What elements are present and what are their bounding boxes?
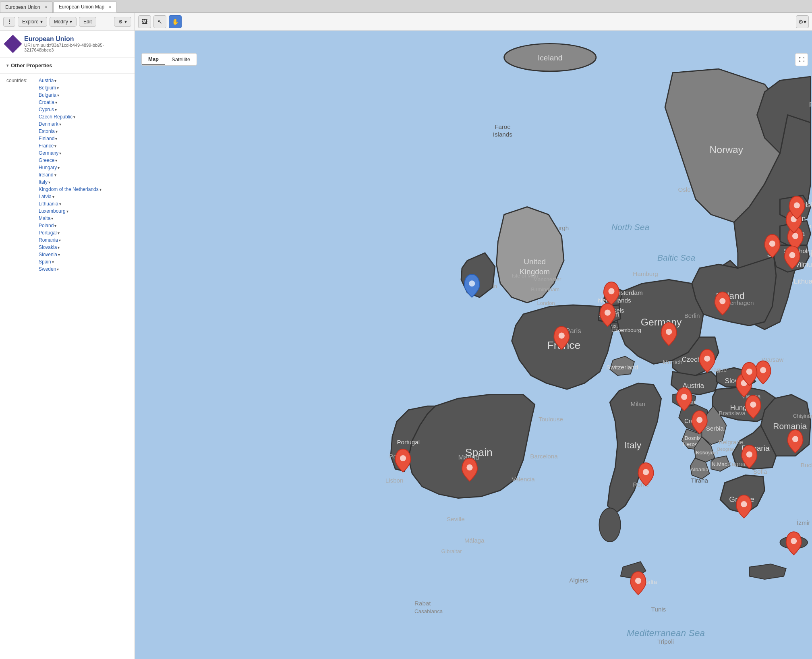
right-gear-chevron-icon: ▾ (804, 19, 806, 25)
country-link[interactable]: Belgium▾ (39, 85, 59, 91)
europe-map-svg: Baltic Sea North Sea Mediterranean Sea G… (135, 31, 812, 659)
country-link[interactable]: Hungary▾ (39, 165, 60, 170)
country-link[interactable]: Estonia▾ (39, 128, 58, 134)
svg-point-103 (466, 464, 472, 470)
country-link[interactable]: Kingdom of the Netherlands▾ (39, 187, 102, 192)
svg-text:Rabat: Rabat (414, 600, 431, 607)
edit-button[interactable]: Edit (79, 17, 96, 27)
right-gear-button[interactable]: ⚙ ▾ (796, 15, 809, 28)
svg-text:Albania: Albania (691, 466, 709, 472)
country-dropdown-arrow-icon: ▾ (99, 187, 102, 192)
country-entry: Malta▾ (0, 215, 135, 222)
country-dropdown-arrow-icon: ▾ (58, 253, 60, 257)
explore-button[interactable]: Explore ▾ (18, 17, 47, 27)
svg-point-109 (750, 402, 756, 408)
svg-text:Seville: Seville (447, 516, 465, 522)
svg-text:Iceland: Iceland (538, 54, 562, 62)
map-container[interactable]: Map Satellite ⛶ Baltic Sea North Sea Med… (135, 31, 812, 659)
country-dropdown-arrow-icon: ▾ (59, 238, 61, 242)
entity-icon-diamond (4, 35, 22, 53)
dots-button[interactable]: ⋮ (3, 17, 15, 27)
fullscreen-button[interactable]: ⛶ (795, 53, 808, 66)
gear-button[interactable]: ⚙ ▾ (114, 17, 131, 27)
country-entry: Latvia▾ (0, 193, 135, 200)
country-link[interactable]: Austria▾ (39, 78, 56, 83)
svg-text:Sarajevo: Sarajevo (697, 450, 718, 456)
modify-button[interactable]: Modify ▾ (50, 17, 77, 27)
country-link[interactable]: Luxembourg▾ (39, 208, 68, 214)
country-entry: Kingdom of the Netherlands▾ (0, 186, 135, 193)
properties-section: ▾ Other Properties (0, 58, 135, 74)
tab-close-icon[interactable]: ✕ (44, 5, 48, 9)
country-link[interactable]: Denmark▾ (39, 121, 61, 127)
country-link[interactable]: Germany▾ (39, 150, 61, 156)
country-entry: Lithuania▾ (0, 200, 135, 207)
svg-text:Lithuania: Lithuania (794, 278, 812, 285)
svg-text:Portugal: Portugal (397, 439, 420, 446)
country-dropdown-arrow-icon: ▾ (54, 173, 56, 177)
svg-point-111 (746, 451, 752, 457)
svg-text:N.Mac.: N.Mac. (712, 461, 729, 467)
svg-text:North Sea: North Sea (611, 222, 649, 232)
country-dropdown-arrow-icon: ▾ (58, 231, 60, 235)
country-entry: Estonia▾ (0, 128, 135, 135)
country-dropdown-arrow-icon: ▾ (55, 158, 57, 163)
country-link[interactable]: Latvia▾ (39, 194, 54, 199)
tab-close-icon[interactable]: ✕ (108, 5, 112, 9)
svg-text:Toulouse: Toulouse (539, 416, 563, 423)
country-entry: Ireland▾ (0, 171, 135, 178)
tab-european-union-map[interactable]: European Union Map ✕ (54, 1, 117, 12)
country-link[interactable]: Slovenia▾ (39, 252, 60, 257)
hand-tool-button[interactable]: ✋ (169, 15, 182, 28)
svg-point-114 (469, 280, 475, 286)
map-view-button[interactable]: Map (142, 54, 165, 65)
svg-point-122 (791, 538, 797, 544)
country-link[interactable]: Slovakia▾ (39, 245, 60, 250)
svg-text:Switzerland: Switzerland (606, 364, 638, 371)
svg-text:Romania: Romania (773, 421, 807, 431)
country-link[interactable]: Romania▾ (39, 237, 61, 243)
country-link[interactable]: Portugal▾ (39, 230, 60, 236)
svg-point-105 (760, 367, 766, 373)
svg-text:Gibraltar: Gibraltar (441, 548, 462, 554)
country-entry: Luxembourg▾ (0, 207, 135, 215)
country-entry: Sweden▾ (0, 265, 135, 273)
countries-list: countries:Austria▾Belgium▾Bulgaria▾Croat… (0, 77, 135, 273)
country-entry: Denmark▾ (0, 120, 135, 128)
country-dropdown-arrow-icon: ▾ (59, 122, 61, 126)
country-link[interactable]: Greece▾ (39, 157, 57, 163)
tab-european-union[interactable]: European Union ✕ (0, 1, 53, 12)
country-link[interactable]: Sweden▾ (39, 266, 59, 272)
image-tool-button[interactable]: 🖼 (138, 15, 151, 28)
country-link[interactable]: Finland▾ (39, 136, 57, 141)
country-link[interactable]: Lithuania▾ (39, 201, 61, 207)
svg-text:Belgrade: Belgrade (719, 439, 743, 446)
svg-text:Norway: Norway (709, 144, 743, 155)
country-link[interactable]: Cyprus▾ (39, 107, 57, 112)
country-dropdown-arrow-icon: ▾ (54, 224, 56, 228)
country-link[interactable]: Spain▾ (39, 259, 54, 265)
country-entry: Belgium▾ (0, 84, 135, 91)
country-link[interactable]: Poland▾ (39, 223, 56, 228)
svg-text:Casablanca: Casablanca (414, 608, 443, 614)
country-entry: countries:Austria▾ (0, 77, 135, 84)
section-header[interactable]: ▾ Other Properties (0, 61, 135, 70)
country-link[interactable]: Croatia▾ (39, 99, 57, 105)
country-link[interactable]: Malta▾ (39, 216, 53, 221)
pointer-tool-button[interactable]: ↖ (153, 15, 166, 28)
country-dropdown-arrow-icon: ▾ (56, 129, 58, 134)
country-link[interactable]: Italy▾ (39, 179, 50, 185)
country-dropdown-arrow-icon: ▾ (51, 216, 53, 221)
country-link[interactable]: Czech Republic▾ (39, 114, 75, 120)
entity-header: European Union URI urn:uuid:f83a71cd-b44… (0, 31, 135, 58)
country-dropdown-arrow-icon: ▾ (59, 151, 61, 155)
country-link[interactable]: Bulgaria▾ (39, 92, 59, 98)
svg-point-39 (599, 508, 621, 542)
country-link[interactable]: Ireland▾ (39, 172, 56, 178)
satellite-view-button[interactable]: Satellite (165, 54, 197, 65)
gear-icon: ⚙ (118, 19, 123, 25)
explore-chevron-icon: ▾ (40, 19, 43, 25)
country-link[interactable]: France▾ (39, 143, 56, 149)
right-gear-icon: ⚙ (798, 19, 804, 25)
main-container: ⋮ Explore ▾ Modify ▾ Edit ⚙ ▾ European U… (0, 13, 812, 659)
